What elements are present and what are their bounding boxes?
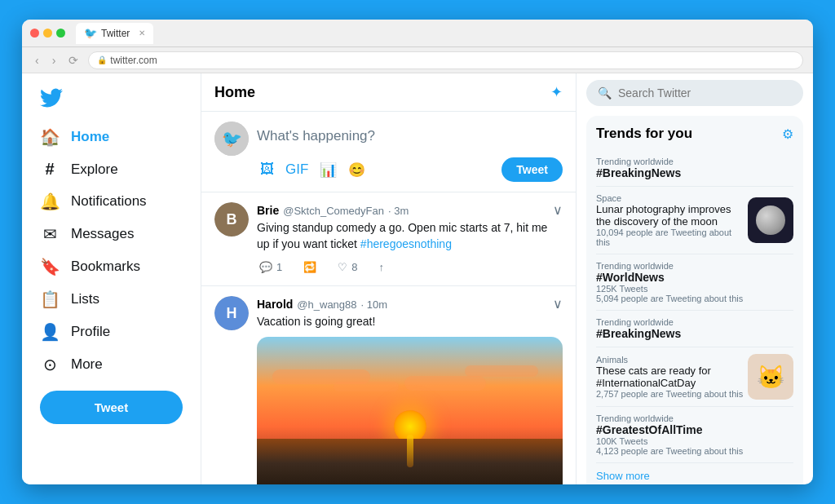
tweet-meta-left: Harold @h_wang88 · 10m bbox=[257, 298, 387, 311]
back-button[interactable]: ‹ bbox=[32, 52, 42, 69]
search-input[interactable] bbox=[618, 86, 792, 99]
twitter-bird-icon bbox=[40, 86, 63, 109]
tweet-text: Vacation is going great! bbox=[257, 314, 563, 330]
tweet-time: · 3m bbox=[388, 205, 409, 217]
compose-right: What's happening? 🖼 GIF 📊 😊 Tweet bbox=[257, 122, 563, 182]
trend-count: 5,094 people are Tweeting about this bbox=[596, 294, 793, 303]
url-bar[interactable]: 🔒 twitter.com bbox=[88, 51, 803, 69]
sidebar-item-label-profile: Profile bbox=[71, 324, 110, 340]
tweet-card[interactable]: H Harold @h_wang88 · 10m ∨ Vacation is g… bbox=[201, 286, 576, 484]
tweet-time: · 10m bbox=[361, 298, 388, 311]
share-button[interactable]: ↑ bbox=[376, 259, 387, 276]
compose-gif-btn[interactable]: GIF bbox=[282, 158, 311, 182]
sidebar-item-label-home: Home bbox=[71, 129, 109, 145]
trend-category: Animals bbox=[596, 355, 748, 365]
twitter-logo[interactable] bbox=[30, 82, 192, 121]
sidebar-item-lists[interactable]: 📋 Lists bbox=[30, 283, 192, 316]
profile-icon: 👤 bbox=[40, 322, 60, 342]
trend-item[interactable]: Animals These cats are ready for #Intern… bbox=[596, 347, 793, 407]
sidebar-item-home[interactable]: 🏠 Home bbox=[30, 121, 192, 153]
sidebar-item-profile[interactable]: 👤 Profile bbox=[30, 316, 192, 348]
lists-icon: 📋 bbox=[40, 290, 60, 309]
minimize-dot[interactable] bbox=[43, 29, 52, 38]
trend-count: 10,094 people are Tweeting about this bbox=[596, 228, 748, 247]
sidebar-item-explore[interactable]: # Explore bbox=[30, 153, 192, 185]
trend-item[interactable]: Trending worldwide #GreatestOfAllTime 10… bbox=[596, 407, 793, 463]
compose-icons: 🖼 GIF 📊 😊 bbox=[257, 158, 369, 182]
app-layout: 🏠 Home # Explore 🔔 Notifications ✉ Messa… bbox=[22, 73, 813, 484]
moon-image bbox=[748, 197, 793, 243]
trend-item[interactable]: Trending worldwide #BreakingNews bbox=[596, 311, 793, 347]
tweet-hashtag-link[interactable]: #heregoesnothing bbox=[360, 237, 452, 250]
tweet-author-name: Harold bbox=[257, 298, 293, 311]
tweet-content: Brie @Sktch_ComedyFan · 3m ∨ Giving stan… bbox=[257, 202, 563, 276]
trend-desc: 100K Tweets bbox=[596, 436, 793, 446]
trend-category: Trending worldwide bbox=[596, 157, 793, 166]
tweet-author-handle: @Sktch_ComedyFan bbox=[283, 205, 384, 217]
browser-addressbar: ‹ › ⟳ 🔒 twitter.com bbox=[22, 47, 813, 73]
tab-title: Twitter bbox=[101, 28, 130, 39]
settings-icon[interactable]: ⚙ bbox=[782, 126, 793, 142]
clouds bbox=[257, 361, 563, 410]
notifications-icon: 🔔 bbox=[40, 192, 60, 211]
sidebar-item-more[interactable]: ⊙ More bbox=[30, 348, 192, 381]
trend-name: #BreakingNews bbox=[596, 166, 793, 179]
comment-button[interactable]: 💬 1 bbox=[257, 259, 285, 276]
compose-poll-btn[interactable]: 📊 bbox=[316, 158, 340, 182]
compose-tweet-button[interactable]: Tweet bbox=[501, 157, 563, 182]
trend-item[interactable]: Space Lunar photography improves the dis… bbox=[596, 187, 793, 254]
trend-with-image: Space Lunar photography improves the dis… bbox=[596, 193, 793, 247]
tweet-more-button[interactable]: ∨ bbox=[553, 296, 563, 312]
sidebar-item-label-lists: Lists bbox=[71, 291, 99, 307]
browser-tab[interactable]: 🐦 Twitter ✕ bbox=[76, 23, 153, 44]
tab-twitter-icon: 🐦 bbox=[84, 27, 97, 39]
compose-placeholder[interactable]: What's happening? bbox=[257, 122, 563, 151]
refresh-button[interactable]: ⟳ bbox=[65, 52, 82, 69]
maximize-dot[interactable] bbox=[56, 29, 65, 38]
explore-icon: # bbox=[40, 160, 60, 179]
bookmarks-icon: 🔖 bbox=[40, 257, 60, 276]
search-bar[interactable]: 🔍 bbox=[586, 80, 803, 106]
trend-name: #GreatestOfAllTime bbox=[596, 423, 793, 436]
cat-image: 🐱 bbox=[748, 354, 793, 400]
like-button[interactable]: ♡ 8 bbox=[335, 259, 360, 276]
compose-emoji-btn[interactable]: 😊 bbox=[345, 158, 369, 182]
trend-item[interactable]: Trending worldwide #BreakingNews bbox=[596, 150, 793, 187]
trend-count: 4,123 people are Tweeting about this bbox=[596, 446, 793, 456]
sidebar-item-messages[interactable]: ✉ Messages bbox=[30, 218, 192, 250]
tweet-card[interactable]: B Brie @Sktch_ComedyFan · 3m ∨ Giving st… bbox=[201, 192, 576, 286]
trend-item[interactable]: Trending worldwide #WorldNews 125K Tweet… bbox=[596, 254, 793, 311]
forward-button[interactable]: › bbox=[49, 52, 60, 69]
avatar: H bbox=[214, 296, 249, 330]
trend-category: Trending worldwide bbox=[596, 261, 793, 271]
trend-category: Space bbox=[596, 193, 748, 203]
close-dot[interactable] bbox=[30, 29, 39, 38]
tweet-avatar: B bbox=[214, 202, 249, 237]
sidebar-item-label-notifications: Notifications bbox=[71, 193, 147, 210]
tab-close-btn[interactable]: ✕ bbox=[139, 29, 145, 38]
trend-text: Space Lunar photography improves the dis… bbox=[596, 193, 748, 247]
compose-image-btn[interactable]: 🖼 bbox=[257, 158, 277, 182]
browser-titlebar: 🐦 Twitter ✕ bbox=[22, 20, 813, 47]
right-sidebar: 🔍 Trends for you ⚙ Trending worldwide #B… bbox=[577, 73, 813, 484]
trends-title: Trends for you bbox=[596, 126, 692, 142]
trend-count: 2,757 people are Tweeting about this bbox=[596, 389, 748, 399]
retweet-button[interactable]: 🔁 bbox=[301, 259, 319, 276]
sun-reflection bbox=[407, 435, 413, 467]
tweet-image bbox=[257, 337, 563, 484]
tweet-more-button[interactable]: ∨ bbox=[553, 202, 563, 218]
sidebar-item-notifications[interactable]: 🔔 Notifications bbox=[30, 185, 192, 218]
trend-desc: These cats are ready for #InternationalC… bbox=[596, 365, 748, 389]
trend-desc: Lunar photography improves the discovery… bbox=[596, 203, 748, 228]
messages-icon: ✉ bbox=[40, 224, 60, 244]
browser-window: 🐦 Twitter ✕ ‹ › ⟳ 🔒 twitter.com 🏠 Home bbox=[22, 20, 813, 484]
trend-name: #WorldNews bbox=[596, 271, 793, 284]
sidebar-tweet-button[interactable]: Tweet bbox=[40, 391, 183, 424]
sparkle-icon[interactable]: ✦ bbox=[550, 83, 563, 101]
tweet-meta: Brie @Sktch_ComedyFan · 3m ∨ bbox=[257, 202, 563, 218]
show-more-link[interactable]: Show more bbox=[596, 463, 793, 484]
trend-category: Trending worldwide bbox=[596, 317, 793, 327]
sidebar-item-bookmarks[interactable]: 🔖 Bookmarks bbox=[30, 250, 192, 283]
compose-box: 🐦 What's happening? 🖼 GIF 📊 😊 Tweet bbox=[201, 112, 576, 192]
trend-name: #BreakingNews bbox=[596, 327, 793, 340]
